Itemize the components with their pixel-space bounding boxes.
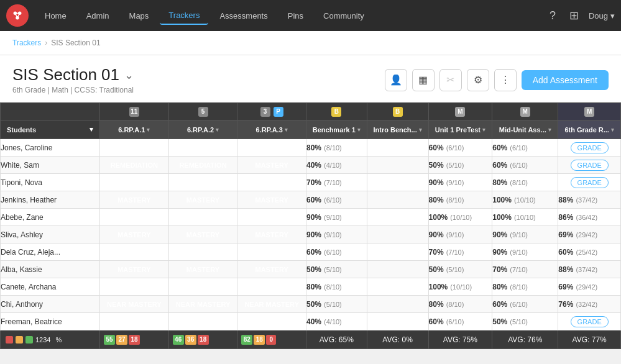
score-cell-intro[interactable] — [367, 278, 428, 296]
score-cell-unit1pre[interactable]: 60%(6/10) — [428, 139, 492, 157]
grade-button[interactable]: GRADE — [571, 177, 609, 188]
mastery-cell-6rpa3[interactable]: MASTERY — [237, 209, 306, 226]
mastery-cell-6rpa2[interactable]: NEAR MASTERY — [168, 278, 237, 296]
score-cell-intro[interactable] — [367, 243, 428, 261]
student-name-cell[interactable]: Tiponi, Nova — [1, 174, 100, 191]
score-cell-6thgrade[interactable]: 86%(36/42) — [558, 209, 621, 226]
nav-pins[interactable]: Pins — [279, 7, 312, 24]
score-cell-unit1pre[interactable]: 60%(6/10) — [428, 313, 492, 330]
mastery-cell-6rpa3[interactable]: MASTERY — [237, 139, 306, 157]
score-cell-bench1[interactable]: 80%(8/10) — [306, 139, 367, 157]
score-cell-midunit[interactable]: 50%(5/10) — [492, 313, 558, 330]
score-cell-bench1[interactable]: 40%(4/10) — [306, 157, 367, 174]
score-cell-6thgrade[interactable]: GRADE — [558, 157, 621, 174]
score-cell-6thgrade[interactable]: 88%(37/42) — [558, 191, 621, 209]
score-cell-bench1[interactable]: 50%(5/10) — [306, 261, 367, 278]
columns-icon-btn[interactable]: ▦ — [412, 69, 435, 91]
score-cell-midunit[interactable]: 80%(8/10) — [492, 278, 558, 296]
col-intro[interactable]: Intro Bench...▾ — [367, 121, 428, 139]
student-name-cell[interactable]: Jenkins, Heather — [1, 191, 100, 209]
help-icon[interactable]: ? — [546, 7, 559, 25]
score-cell-midunit[interactable]: 70%(7/10) — [492, 261, 558, 278]
score-cell-bench1[interactable]: 90%(9/10) — [306, 209, 367, 226]
score-cell-bench1[interactable]: 80%(8/10) — [306, 278, 367, 296]
mastery-cell-6rpa2[interactable]: MASTERY — [168, 174, 237, 191]
mastery-cell-6rpa3[interactable]: NEAR MASTERY — [237, 296, 306, 313]
mastery-cell-6rpa3[interactable]: MASTERY — [237, 226, 306, 243]
score-cell-unit1pre[interactable]: 50%(5/10) — [428, 261, 492, 278]
mastery-cell-6rpa1[interactable]: REMEDIATION — [100, 157, 169, 174]
nav-maps[interactable]: Maps — [121, 7, 158, 24]
score-cell-unit1pre[interactable]: 70%(7/10) — [428, 243, 492, 261]
mastery-cell-6rpa2[interactable]: REMEDIATION — [168, 313, 237, 330]
mastery-cell-6rpa2[interactable]: REMEDIATION — [168, 157, 237, 174]
score-cell-6thgrade[interactable]: 60%(25/42) — [558, 243, 621, 261]
mastery-cell-6rpa3[interactable]: MASTERY — [237, 278, 306, 296]
score-cell-bench1[interactable]: 60%(6/10) — [306, 191, 367, 209]
score-cell-unit1pre[interactable]: 100%(10/10) — [428, 209, 492, 226]
app-logo[interactable] — [6, 4, 29, 27]
student-name-cell[interactable]: Sliva, Ashley — [1, 226, 100, 243]
mastery-cell-6rpa3[interactable]: MASTERY — [237, 191, 306, 209]
grade-button[interactable]: GRADE — [571, 160, 609, 171]
col-6thgrade[interactable]: 6th Grade R...▾ — [558, 121, 621, 139]
score-cell-intro[interactable] — [367, 209, 428, 226]
add-assessment-button[interactable]: Add Assessment — [522, 70, 609, 90]
breadcrumb-parent[interactable]: Trackers — [12, 39, 41, 47]
score-cell-bench1[interactable]: 70%(7/10) — [306, 174, 367, 191]
score-cell-bench1[interactable]: 90%(9/10) — [306, 226, 367, 243]
score-cell-6thgrade[interactable]: GRADE — [558, 139, 621, 157]
title-chevron-icon[interactable]: ⌄ — [124, 68, 134, 82]
score-cell-intro[interactable] — [367, 226, 428, 243]
score-cell-unit1pre[interactable]: 100%(10/10) — [428, 278, 492, 296]
mastery-cell-6rpa1[interactable]: NEAR MASTERY — [100, 296, 169, 313]
score-cell-intro[interactable] — [367, 139, 428, 157]
mastery-cell-6rpa2[interactable]: MASTERY — [168, 226, 237, 243]
mastery-cell-6rpa2[interactable]: NEAR MASTERY — [168, 139, 237, 157]
mastery-cell-6rpa2[interactable]: MASTERY — [168, 209, 237, 226]
col-6rpa1[interactable]: 6.RP.A.1▾ — [100, 121, 169, 139]
nav-assessments[interactable]: Assessments — [211, 7, 276, 24]
nav-community[interactable]: Community — [315, 7, 373, 24]
student-name-cell[interactable]: Chi, Anthony — [1, 296, 100, 313]
score-cell-6thgrade[interactable]: GRADE — [558, 174, 621, 191]
score-cell-intro[interactable] — [367, 261, 428, 278]
col-unit1pre[interactable]: Unit 1 PreTest▾ — [428, 121, 492, 139]
score-cell-intro[interactable] — [367, 191, 428, 209]
score-cell-intro[interactable] — [367, 296, 428, 313]
mastery-cell-6rpa3[interactable]: MASTERY — [237, 261, 306, 278]
mastery-cell-6rpa1[interactable]: MASTERY — [100, 191, 169, 209]
student-name-cell[interactable]: Alba, Kassie — [1, 261, 100, 278]
col-6rpa2[interactable]: 6.RP.A.2▾ — [168, 121, 237, 139]
student-name-cell[interactable]: Abebe, Zane — [1, 209, 100, 226]
score-cell-midunit[interactable]: 80%(8/10) — [492, 174, 558, 191]
score-cell-6thgrade[interactable]: GRADE — [558, 313, 621, 330]
score-cell-midunit[interactable]: 60%(6/10) — [492, 157, 558, 174]
score-cell-unit1pre[interactable]: 90%(9/10) — [428, 174, 492, 191]
nav-trackers[interactable]: Trackers — [160, 7, 208, 25]
score-cell-midunit[interactable]: 90%(9/10) — [492, 226, 558, 243]
score-cell-bench1[interactable]: 60%(6/10) — [306, 243, 367, 261]
score-cell-midunit[interactable]: 100%(10/10) — [492, 209, 558, 226]
nav-home[interactable]: Home — [36, 7, 75, 24]
mastery-cell-6rpa2[interactable]: MASTERY — [168, 261, 237, 278]
mastery-cell-6rpa1[interactable]: MASTERY — [100, 261, 169, 278]
student-name-cell[interactable]: White, Sam — [1, 157, 100, 174]
mastery-cell-6rpa3[interactable]: MASTERY — [237, 313, 306, 330]
score-cell-midunit[interactable]: 60%(6/10) — [492, 296, 558, 313]
apps-icon[interactable]: ⊞ — [566, 6, 582, 25]
score-cell-midunit[interactable]: 100%(10/10) — [492, 191, 558, 209]
score-cell-midunit[interactable]: 60%(6/10) — [492, 139, 558, 157]
mastery-cell-6rpa3[interactable]: NEAR MASTERY — [237, 174, 306, 191]
mastery-cell-6rpa1[interactable]: NEAR MASTERY — [100, 278, 169, 296]
mastery-cell-6rpa1[interactable]: NEAR MASTERY — [100, 139, 169, 157]
score-cell-intro[interactable] — [367, 313, 428, 330]
col-midunit[interactable]: Mid-Unit Ass...▾ — [492, 121, 558, 139]
col-6rpa3[interactable]: 6.RP.A.3▾ — [237, 121, 306, 139]
user-menu[interactable]: Doug ▾ — [589, 11, 615, 20]
score-cell-unit1pre[interactable]: 50%(5/10) — [428, 157, 492, 174]
more-options-btn[interactable]: ⋮ — [494, 69, 517, 91]
mastery-cell-6rpa2[interactable]: NEAR MASTERY — [168, 243, 237, 261]
student-name-cell[interactable]: Canete, Archana — [1, 278, 100, 296]
mastery-cell-6rpa3[interactable]: MASTERY — [237, 243, 306, 261]
